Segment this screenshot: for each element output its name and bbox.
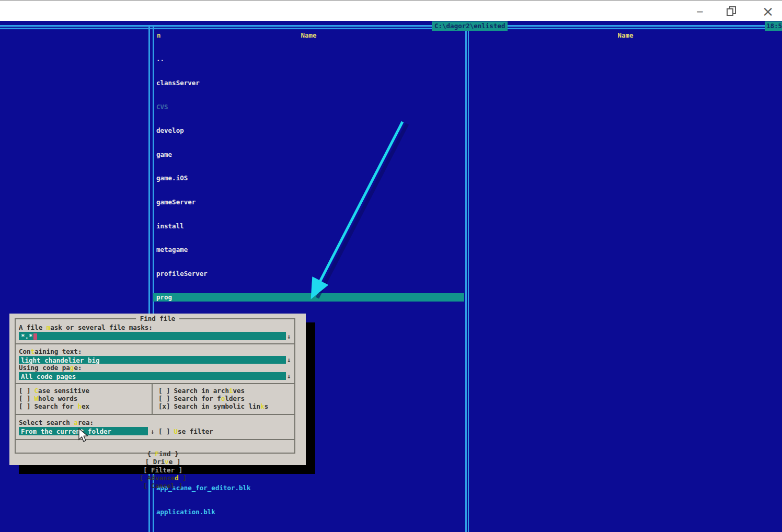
checkbox-whole-words[interactable]: [ ]Whole words xyxy=(19,395,77,402)
code-page-label: Using code page: xyxy=(19,364,82,372)
file-row[interactable]: clansServer xyxy=(153,79,464,87)
file-row[interactable]: develop xyxy=(153,126,464,134)
file-row[interactable]: game xyxy=(153,151,464,158)
file-row[interactable]: gameServer xyxy=(153,198,464,206)
file-mask-label: A file mask or several file masks: xyxy=(19,323,153,331)
panel-border xyxy=(0,28,782,29)
history-dropdown-icon[interactable]: ↓ xyxy=(287,356,294,364)
file-mask-input[interactable]: *.* xyxy=(19,332,286,340)
close-button[interactable]: × xyxy=(759,5,777,19)
checkbox-search-for-folders[interactable]: [ ]Search for folders xyxy=(158,395,245,402)
file-row[interactable]: install xyxy=(153,222,464,230)
file-row[interactable]: metagame xyxy=(153,246,464,253)
column-header-name-left: Name xyxy=(153,31,464,39)
checkbox-use-filter[interactable]: [ ]Use filter xyxy=(158,427,213,435)
find-file-dialog: Find file A file mask or several file ma… xyxy=(9,314,306,465)
checkbox-search-in-symbolic-links[interactable]: [x]Search in symbolic links xyxy=(158,402,268,410)
file-row[interactable]: application.blk xyxy=(153,508,464,516)
current-path[interactable]: C:\dagor2\enlisted xyxy=(432,21,508,31)
dropdown-arrow-icon[interactable]: ↓ xyxy=(151,427,158,435)
file-row[interactable]: profileServer xyxy=(153,270,464,277)
dialog-button-row: { Find } [ Drive ] [ Filter ] [ Advanced… xyxy=(15,442,295,498)
checkbox-case-sensitive[interactable]: [ ]Case sensitive xyxy=(19,387,89,395)
history-dropdown-icon[interactable]: ↓ xyxy=(287,372,294,380)
find-button[interactable]: { Find } xyxy=(147,450,178,458)
containing-text-input[interactable]: light_chandelier_big xyxy=(19,356,286,364)
history-dropdown-icon[interactable]: ↓ xyxy=(287,332,294,340)
window-titlebar: ─ × xyxy=(0,0,782,21)
panel-border xyxy=(465,25,467,532)
dialog-separator xyxy=(152,383,153,414)
dialog-separator xyxy=(15,439,295,440)
panel-border xyxy=(468,25,469,532)
search-area-select[interactable]: From the current folder xyxy=(19,427,148,435)
restore-button[interactable] xyxy=(727,6,738,18)
text-cursor xyxy=(33,333,37,340)
checkbox-search-for-hex[interactable]: [ ]Search for hex xyxy=(19,402,89,410)
code-page-select[interactable]: All code pages xyxy=(19,372,286,380)
dialog-separator xyxy=(15,383,295,384)
file-row[interactable]: .. xyxy=(153,55,464,63)
checkbox-search-in-archives[interactable]: [ ]Search in archives xyxy=(158,387,245,395)
column-header-name-right: Name xyxy=(469,31,782,39)
advanced-button[interactable]: [ Advanced ] xyxy=(139,474,186,482)
file-row[interactable]: game.iOS xyxy=(153,174,464,182)
file-row[interactable]: CVS xyxy=(153,103,464,111)
dialog-title: Find file xyxy=(136,315,180,322)
dialog-separator xyxy=(15,343,295,344)
clock: 18:5 xyxy=(765,21,782,31)
file-row-selected[interactable]: prog xyxy=(153,293,464,301)
drive-button[interactable]: [ Drive ] xyxy=(145,458,181,466)
minimize-button[interactable]: ─ xyxy=(691,5,709,19)
containing-text-label: Containing text: xyxy=(19,348,82,355)
cancel-button[interactable]: [ Cancel ] xyxy=(143,482,182,490)
panel-border xyxy=(0,25,782,27)
filter-button: [ Filter ] xyxy=(143,466,182,474)
search-area-label: Select search area: xyxy=(19,419,94,426)
dialog-separator xyxy=(15,414,295,415)
